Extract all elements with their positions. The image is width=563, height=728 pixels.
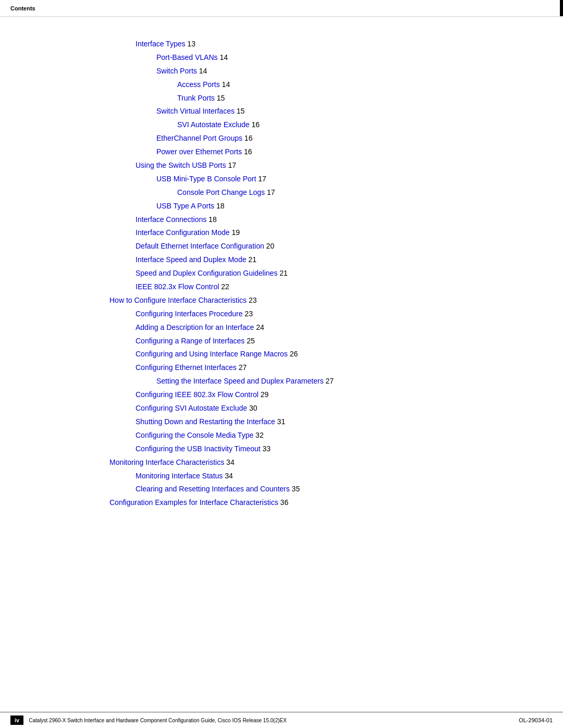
toc-page-number: 33 [261, 445, 271, 453]
toc-item: Switch Ports 14 [156, 65, 485, 78]
toc-link[interactable]: USB Type A Ports [156, 202, 214, 210]
toc-item: Configuring SVI Autostate Exclude 30 [136, 402, 485, 415]
toc-page-number: 18 [214, 202, 224, 210]
toc-link[interactable]: Configuring the Console Media Type [136, 431, 253, 439]
toc-link[interactable]: How to Configure Interface Characteristi… [109, 296, 247, 304]
toc-link[interactable]: Monitoring Interface Status [136, 472, 223, 480]
toc-page-number: 16 [242, 134, 252, 142]
toc-item: USB Type A Ports 18 [156, 200, 485, 213]
toc-page-number: 16 [250, 120, 260, 129]
toc-item: Trunk Ports 15 [177, 92, 485, 105]
toc-item: Using the Switch USB Ports 17 [136, 159, 485, 172]
toc-item: USB Mini-Type B Console Port 17 [156, 172, 485, 186]
toc-item: Power over Ethernet Ports 16 [156, 145, 485, 159]
toc-item: Default Ethernet Interface Configuration… [136, 240, 485, 253]
toc-page-number: 32 [253, 431, 263, 439]
doc-number: OL-29034-01 [519, 717, 553, 723]
toc-item: Configuring the Console Media Type 32 [136, 429, 485, 442]
toc-link[interactable]: Configuring and Using Interface Range Ma… [136, 350, 288, 358]
toc-link[interactable]: Clearing and Resetting Interfaces and Co… [136, 485, 290, 493]
toc-page-number: 14 [197, 67, 207, 75]
toc-page-number: 34 [223, 472, 232, 480]
toc-link[interactable]: Port-Based VLANs [156, 53, 218, 61]
toc-link[interactable]: Access Ports [177, 80, 220, 89]
toc-link[interactable]: SVI Autostate Exclude [177, 120, 250, 129]
toc-page-number: 26 [288, 350, 298, 358]
toc-page-number: 27 [324, 377, 334, 385]
toc-item: SVI Autostate Exclude 16 [177, 118, 485, 132]
toc-item: Console Port Change Logs 17 [177, 186, 485, 200]
toc-item: Switch Virtual Interfaces 15 [156, 105, 485, 118]
toc-item: Configuring the USB Inactivity Timeout 3… [136, 442, 485, 456]
toc-page-number: 15 [235, 107, 244, 115]
toc-link[interactable]: Switch Ports [156, 67, 197, 75]
toc-link[interactable]: USB Mini-Type B Console Port [156, 175, 256, 183]
toc-page-number: 19 [230, 228, 240, 237]
toc-item: Adding a Description for an Interface 24 [136, 321, 485, 335]
toc-page-number: 31 [275, 417, 285, 426]
toc-link[interactable]: Configuring SVI Autostate Exclude [136, 404, 247, 412]
toc-link[interactable]: Interface Types [136, 40, 185, 48]
toc-item: Clearing and Resetting Interfaces and Co… [136, 483, 485, 496]
toc-item: Configuration Examples for Interface Cha… [109, 496, 485, 510]
toc-link[interactable]: Console Port Change Logs [177, 188, 265, 196]
toc-link[interactable]: Configuring Interfaces Procedure [136, 310, 242, 318]
toc-item: EtherChannel Port Groups 16 [156, 132, 485, 145]
toc-page-number: 29 [259, 390, 268, 399]
toc-page-number: 17 [256, 175, 266, 183]
toc-link[interactable]: Setting the Interface Speed and Duplex P… [156, 377, 324, 385]
toc-page-number: 22 [219, 282, 229, 291]
toc-page-number: 23 [242, 310, 252, 318]
toc-link[interactable]: Configuring IEEE 802.3x Flow Control [136, 390, 259, 399]
toc-link[interactable]: EtherChannel Port Groups [156, 134, 242, 142]
page-container: Contents Interface Types 13Port-Based VL… [0, 0, 563, 728]
toc-page-number: 17 [226, 161, 236, 169]
toc-item: Configuring a Range of Interfaces 25 [136, 335, 485, 348]
top-bar: Contents [0, 0, 563, 17]
toc-link[interactable]: Interface Speed and Duplex Mode [136, 255, 246, 264]
contents-label: Contents [10, 5, 35, 11]
bottom-bar-left: iv Catalyst 2960-X Switch Interface and … [10, 715, 287, 725]
toc-link[interactable]: Shutting Down and Restarting the Interfa… [136, 417, 275, 426]
toc-link[interactable]: Interface Configuration Mode [136, 228, 230, 237]
toc-page-number: 35 [290, 485, 300, 493]
toc-container: Interface Types 13Port-Based VLANs 14Swi… [78, 38, 485, 510]
toc-link[interactable]: Using the Switch USB Ports [136, 161, 226, 169]
toc-item: Configuring IEEE 802.3x Flow Control 29 [136, 388, 485, 402]
toc-page-number: 34 [224, 458, 234, 466]
toc-link[interactable]: Speed and Duplex Configuration Guideline… [136, 269, 277, 277]
toc-link[interactable]: Power over Ethernet Ports [156, 147, 242, 156]
toc-item: Monitoring Interface Characteristics 34 [109, 456, 485, 470]
toc-link[interactable]: Interface Connections [136, 215, 206, 224]
toc-page-number: 21 [277, 269, 287, 277]
top-bar-right-mark [560, 0, 563, 16]
toc-link[interactable]: Configuring a Range of Interfaces [136, 337, 244, 345]
toc-page-number: 21 [246, 255, 256, 264]
toc-page-number: 17 [265, 188, 275, 196]
toc-link[interactable]: IEEE 802.3x Flow Control [136, 282, 219, 291]
toc-link[interactable]: Monitoring Interface Characteristics [109, 458, 224, 466]
toc-item: Interface Connections 18 [136, 213, 485, 227]
page-number: iv [10, 715, 23, 725]
toc-page-number: 30 [247, 404, 257, 412]
toc-page-number: 16 [242, 147, 252, 156]
toc-item: Interface Configuration Mode 19 [136, 226, 485, 240]
toc-link[interactable]: Configuration Examples for Interface Cha… [109, 498, 278, 507]
toc-link[interactable]: Adding a Description for an Interface [136, 323, 254, 331]
toc-link[interactable]: Configuring the USB Inactivity Timeout [136, 445, 261, 453]
toc-item: Interface Types 13 [136, 38, 485, 51]
toc-item: Port-Based VLANs 14 [156, 51, 485, 65]
toc-page-number: 14 [220, 80, 230, 89]
toc-link[interactable]: Trunk Ports [177, 94, 215, 102]
toc-item: Configuring Ethernet Interfaces 27 [136, 361, 485, 375]
toc-item: Monitoring Interface Status 34 [136, 470, 485, 483]
toc-item: Interface Speed and Duplex Mode 21 [136, 253, 485, 267]
toc-page-number: 18 [206, 215, 216, 224]
toc-link[interactable]: Configuring Ethernet Interfaces [136, 363, 237, 372]
bottom-bar: iv Catalyst 2960-X Switch Interface and … [0, 712, 563, 728]
toc-link[interactable]: Switch Virtual Interfaces [156, 107, 235, 115]
toc-page-number: 15 [215, 94, 225, 102]
toc-item: Access Ports 14 [177, 78, 485, 92]
toc-page-number: 27 [237, 363, 247, 372]
toc-link[interactable]: Default Ethernet Interface Configuration [136, 242, 264, 250]
